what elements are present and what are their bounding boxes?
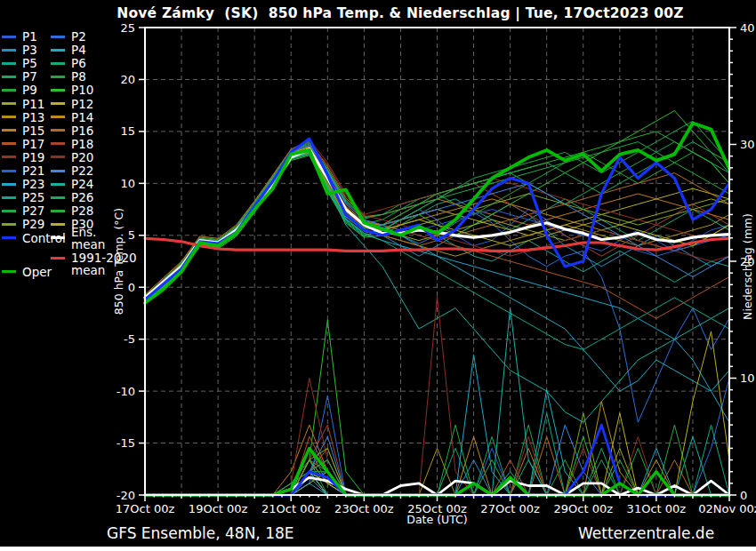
y-right-tick-label: 0 [740, 489, 747, 502]
ensemble-temp-line-P19 [145, 140, 729, 295]
y-left-axis-title: 850 hPa Temp. (°C) [112, 208, 125, 315]
x-axis-title: Date (UTC) [406, 513, 467, 526]
y-left-tick-label: 10 [120, 177, 135, 190]
y-right-tick-label: 40 [740, 21, 755, 35]
y-left-tick-label: -20 [117, 489, 135, 502]
bottom-divider [0, 547, 756, 551]
y-left-tick-label: -15 [117, 436, 135, 450]
ensemble-precip-line-P24 [145, 308, 729, 495]
x-tick-label: 02Nov 00z [698, 502, 756, 515]
y-right-axis-title: Niederschlag (mm) [741, 213, 754, 320]
y-left-tick-label: 20 [120, 73, 135, 86]
y-left-tick-label: -5 [124, 332, 135, 346]
model-info-label: GFS Ensemble, 48N, 18E [107, 524, 294, 542]
meteogram-chart: 2520151050-5-10-15-2040302010017Oct 00z1… [0, 0, 756, 551]
x-tick-label: 17Oct 00z [116, 502, 175, 515]
y-left-tick-label: 0 [128, 281, 135, 294]
x-tick-label: 31Oct 00z [627, 502, 687, 515]
y-left-tick-label: -10 [117, 385, 135, 398]
y-left-tick-label: 25 [120, 21, 135, 35]
x-tick-label: 21Oct 00z [261, 502, 321, 515]
site-credit-label: Wetterzentrale.de [578, 524, 714, 542]
y-left-tick-label: 5 [128, 228, 135, 242]
x-tick-label: 27Oct 00z [480, 502, 540, 515]
x-tick-label: 29Oct 00z [553, 502, 613, 515]
x-tick-label: 23Oct 00z [334, 502, 394, 515]
y-left-tick-label: 15 [120, 124, 135, 138]
meteogram-page: Nové Zámky (SK) 850 hPa Temp. & Niedersc… [0, 0, 756, 551]
x-tick-label: 19Oct 00z [189, 502, 248, 515]
y-right-tick-label: 30 [740, 138, 755, 151]
y-right-tick-label: 10 [740, 371, 755, 385]
gridlines [145, 28, 729, 495]
